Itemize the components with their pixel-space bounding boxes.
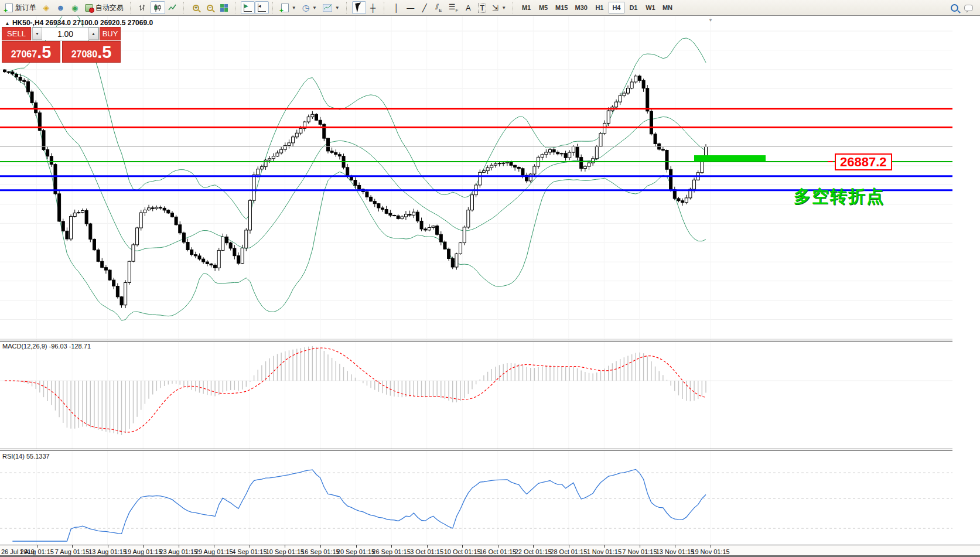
timeframe-m5-button[interactable]: M5 xyxy=(535,2,551,13)
chart-shift-marker[interactable]: ▼ xyxy=(708,18,713,23)
timeframe-h4-button[interactable]: H4 xyxy=(609,2,624,13)
callout-dash xyxy=(828,161,833,162)
sell-button[interactable]: SELL xyxy=(2,27,31,40)
date-label: 20 Sep 01:15 xyxy=(337,548,375,555)
timeframe-mn-button[interactable]: MN xyxy=(660,2,675,13)
date-tick xyxy=(250,545,250,548)
line-chart-button[interactable] xyxy=(165,1,180,14)
new-order-icon xyxy=(5,4,13,12)
tile-windows-button[interactable] xyxy=(217,1,231,14)
candlestick-chart-icon xyxy=(153,4,162,12)
indicators-button[interactable]: ▼ xyxy=(278,1,299,14)
date-label: 16 Oct 01:15 xyxy=(479,548,516,555)
chart-shift-button[interactable]: ◂ xyxy=(255,1,269,14)
signals-button[interactable]: ◉ xyxy=(68,1,82,14)
date-tick xyxy=(72,545,73,548)
timeframe-m15-button[interactable]: M15 xyxy=(552,2,571,13)
date-tick xyxy=(569,545,569,548)
metaeditor-icon: ◈ xyxy=(43,3,50,12)
crosshair-icon: ┼ xyxy=(370,4,375,12)
date-label: 13 Nov 01:15 xyxy=(656,548,694,555)
horizontal-line-button[interactable]: — xyxy=(404,1,418,14)
date-tick xyxy=(108,545,108,548)
periods-button[interactable]: ◷▼ xyxy=(299,1,320,14)
volume-input[interactable]: 1.00 xyxy=(42,28,88,40)
zoom-out-button[interactable]: − xyxy=(203,1,217,14)
crosshair-button[interactable]: ┼ xyxy=(366,1,380,14)
trendline-icon: ╱ xyxy=(422,4,427,12)
autotrading-label: 自动交易 xyxy=(95,3,124,13)
date-tick xyxy=(320,545,321,548)
chinese-note[interactable]: 多空转折点 xyxy=(794,185,885,209)
text-button[interactable]: A xyxy=(461,1,475,14)
date-tick xyxy=(533,545,534,548)
chart-window: 28475.028244.028006.027775.026837.026606… xyxy=(0,16,980,557)
toolbar-separator xyxy=(130,2,134,13)
signals-icon: ◉ xyxy=(71,4,78,12)
zoom-in-icon: + xyxy=(193,5,199,11)
metaeditor-button[interactable]: ◈ xyxy=(39,1,53,14)
sell-price-display[interactable]: 27067.5 xyxy=(2,41,60,63)
templates-button[interactable]: ▼ xyxy=(320,1,343,14)
toolbar-separator xyxy=(235,2,239,13)
date-tick xyxy=(427,545,428,548)
tile-windows-icon xyxy=(220,4,228,12)
date-label: 19 Nov 01:15 xyxy=(691,548,729,555)
date-label: 16 Sep 01:15 xyxy=(301,548,339,555)
autoscroll-button[interactable]: ▶ xyxy=(241,1,255,14)
date-label: 26 Sep 01:15 xyxy=(372,548,410,555)
timeframe-m1-button[interactable]: M1 xyxy=(518,2,534,13)
candlestick-chart-button[interactable] xyxy=(151,1,165,14)
new-order-button[interactable]: 新订单 xyxy=(2,1,39,14)
zoom-in-button[interactable]: + xyxy=(189,1,203,14)
timeframe-m30-button[interactable]: M30 xyxy=(572,2,590,13)
date-label: 10 Oct 01:15 xyxy=(444,548,481,555)
trendline-button[interactable]: ╱ xyxy=(418,1,432,14)
date-tick xyxy=(143,545,144,548)
timeframe-d1-button[interactable]: D1 xyxy=(626,2,641,13)
date-label: 10 Sep 01:15 xyxy=(266,548,304,555)
bar-chart-icon xyxy=(139,4,148,12)
community-icon: ☻ xyxy=(56,3,65,12)
timeframe-w1-button[interactable]: W1 xyxy=(643,2,658,13)
buy-button[interactable]: BUY xyxy=(100,27,121,40)
date-tick xyxy=(604,545,605,548)
horizontal-line-icon: — xyxy=(407,4,414,12)
date-tick xyxy=(711,545,711,548)
chat-icon[interactable] xyxy=(964,5,973,11)
macd-panel[interactable] xyxy=(0,342,952,449)
date-tick xyxy=(356,545,357,548)
search-icon[interactable] xyxy=(951,4,958,12)
volume-down-button[interactable]: ▼ xyxy=(32,28,42,40)
timeframe-h1-button[interactable]: H1 xyxy=(592,2,607,13)
price-callout[interactable]: 26887.2 xyxy=(835,153,892,170)
main-toolbar: 新订单 ◈ ☻ ◉ 自动交易 + − ▶ ◂ ▼ ◷▼ ▼ ┼ │ — ╱ ⫽E… xyxy=(0,0,980,16)
bar-chart-button[interactable] xyxy=(136,1,151,14)
equidistant-channel-button[interactable]: ⫽E xyxy=(432,1,446,14)
date-label: 19 Aug 01:15 xyxy=(124,548,162,555)
volume-spinner: ▼ 1.00 ▲ xyxy=(32,27,99,40)
toolbar-separator xyxy=(183,2,187,13)
text-label-button[interactable]: T xyxy=(475,1,489,14)
autotrading-button[interactable]: 自动交易 xyxy=(82,1,127,14)
volume-up-button[interactable]: ▲ xyxy=(88,28,98,40)
date-tick xyxy=(37,545,37,548)
clock-icon: ◷ xyxy=(302,3,309,12)
buy-price-display[interactable]: 27080.5 xyxy=(62,41,121,63)
price-chart[interactable] xyxy=(0,16,952,340)
new-order-label: 新订单 xyxy=(15,3,36,13)
indicators-icon xyxy=(281,4,289,12)
vertical-line-button[interactable]: │ xyxy=(390,1,404,14)
collapse-triangle-icon[interactable]: ▲ xyxy=(5,20,10,26)
date-tick xyxy=(462,545,463,548)
dropdown-arrow-icon: ▼ xyxy=(292,5,296,11)
date-label: 13 Aug 01:15 xyxy=(88,548,127,555)
date-label: 3 Oct 01:15 xyxy=(410,548,443,555)
date-tick xyxy=(675,545,675,548)
fibonacci-button[interactable]: ☰F xyxy=(446,1,462,14)
text-label-icon: T xyxy=(478,3,486,13)
cursor-button[interactable] xyxy=(352,1,366,14)
community-button[interactable]: ☻ xyxy=(53,1,68,14)
arrows-button[interactable]: ⇲▼ xyxy=(489,1,509,14)
rsi-panel[interactable] xyxy=(0,451,952,545)
